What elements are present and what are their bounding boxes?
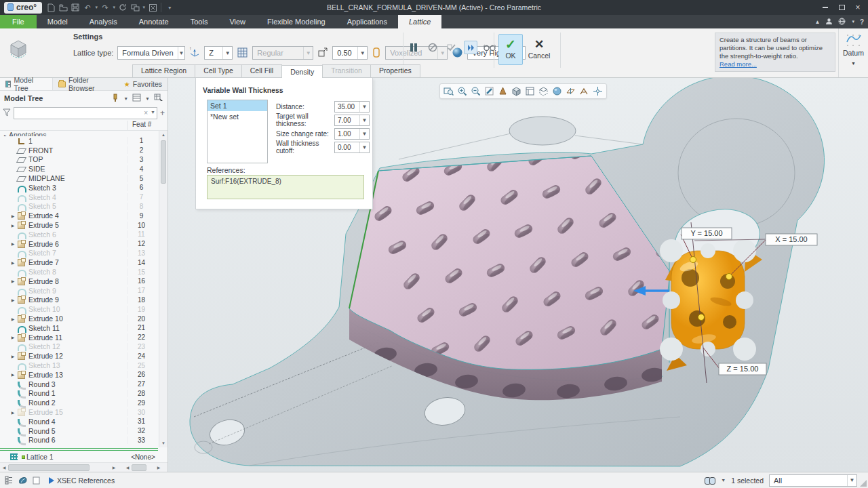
expand-icon[interactable]: ▶ bbox=[9, 223, 16, 228]
tree-item-extrude-10[interactable]: ▶Extrude 1020 bbox=[0, 314, 158, 323]
search-dropdown-icon[interactable]: ▼ bbox=[721, 478, 726, 483]
dashboard-tab-density[interactable]: Density bbox=[281, 65, 323, 78]
tree-columns-dropdown-icon[interactable]: ▼ bbox=[145, 96, 150, 101]
tree-item-extrude-6[interactable]: ▶Extrude 612 bbox=[0, 239, 158, 249]
tree-item-round-1[interactable]: Round 128 bbox=[0, 389, 158, 399]
shade-icon[interactable] bbox=[497, 85, 509, 97]
ok-button[interactable]: ✓ OK bbox=[498, 34, 523, 65]
tree-horizontal-scrollbar[interactable]: ◀ ▶ ◀ ▶ bbox=[0, 462, 167, 472]
save-icon[interactable] bbox=[69, 2, 81, 13]
dashboard-tab-cell-fill[interactable]: Cell Fill bbox=[241, 64, 282, 77]
lattice-type-combo[interactable]: Formula Driven▼ bbox=[117, 46, 185, 60]
drag-handle-z[interactable] bbox=[698, 314, 705, 321]
dimension-label-y[interactable]: Y = 15.00 bbox=[682, 228, 732, 239]
minimize-ribbon-icon[interactable]: ▲ bbox=[814, 19, 820, 25]
dimension-label-x[interactable]: X = 15.00 bbox=[766, 234, 817, 245]
panel-tab-folder-browser[interactable]: Folder Browser bbox=[53, 78, 119, 90]
expand-icon[interactable]: ▶ bbox=[9, 241, 16, 246]
model-tree-toggle-icon[interactable] bbox=[3, 475, 15, 486]
set-item-set-1[interactable]: Set 1 bbox=[208, 100, 267, 111]
redo-dropdown-icon[interactable]: ▾ bbox=[111, 2, 117, 13]
preview-feature-icon[interactable] bbox=[464, 41, 477, 54]
dashboard-tab-cell-type[interactable]: Cell Type bbox=[195, 64, 242, 77]
tree-item-round-5[interactable]: Round 532 bbox=[0, 426, 158, 436]
maximize-button[interactable] bbox=[834, 2, 849, 13]
tree-item-extrude-9[interactable]: ▶Extrude 918 bbox=[0, 296, 158, 305]
datum-dropdown-icon[interactable]: ▼ bbox=[851, 61, 856, 66]
expand-icon[interactable]: ▶ bbox=[9, 279, 16, 283]
field-combo[interactable]: 1.00▼ bbox=[334, 128, 370, 140]
tree-item-annotations[interactable]: ▶ Annotations bbox=[0, 131, 158, 136]
zoom-out-icon[interactable] bbox=[470, 85, 481, 97]
ribbon-tab-flexible-modeling[interactable]: Flexible Modeling bbox=[256, 15, 336, 28]
field-combo[interactable]: 0.00▼ bbox=[334, 142, 370, 153]
tree-item-extrude-8[interactable]: ▶Extrude 816 bbox=[0, 277, 158, 286]
minimize-button[interactable] bbox=[818, 2, 833, 13]
datum-group[interactable]: Datum ▼ bbox=[838, 28, 868, 77]
browser-toggle-icon[interactable] bbox=[16, 475, 28, 486]
close-button[interactable]: × bbox=[850, 2, 865, 13]
regenerate-icon[interactable] bbox=[117, 2, 129, 13]
tree-item-sketch-5[interactable]: Sketch 58 bbox=[0, 202, 158, 211]
annotation-display-icon[interactable] bbox=[578, 85, 590, 97]
refit-icon[interactable] bbox=[443, 85, 454, 97]
tree-item-side[interactable]: SIDE4 bbox=[0, 164, 158, 174]
expand-icon[interactable]: ▶ bbox=[9, 317, 16, 321]
resize-grip[interactable] bbox=[860, 480, 867, 487]
tree-item-1[interactable]: 11 bbox=[0, 136, 158, 146]
connect-icon[interactable] bbox=[838, 18, 846, 26]
close-window-icon[interactable] bbox=[146, 2, 159, 13]
search-tool-icon[interactable] bbox=[705, 477, 715, 484]
tree-item-sketch-11[interactable]: Sketch 1121 bbox=[0, 323, 158, 333]
ribbon-tab-lattice[interactable]: Lattice bbox=[398, 15, 441, 28]
tree-vertical-scrollbar[interactable]: ▲ ▼ bbox=[159, 131, 167, 447]
set-list[interactable]: Set 1*New set bbox=[207, 100, 268, 163]
customize-quick-access-icon[interactable]: ▾ bbox=[163, 2, 176, 13]
dimension-label-z[interactable]: Z = 15.00 bbox=[719, 363, 766, 375]
tree-item-lattice[interactable]: Lattice 1 <None> bbox=[0, 451, 158, 462]
tree-item-sketch-3[interactable]: Sketch 36 bbox=[0, 183, 158, 192]
tree-item-front[interactable]: FRONT2 bbox=[0, 146, 158, 155]
ribbon-tab-file[interactable]: File bbox=[0, 15, 37, 28]
ribbon-tab-applications[interactable]: Applications bbox=[336, 15, 398, 28]
scroll-up-icon[interactable]: ▲ bbox=[159, 131, 167, 139]
ribbon-tab-annotate[interactable]: Annotate bbox=[128, 15, 180, 28]
references-collector[interactable]: Surf:F16(EXTRUDE_8) bbox=[207, 175, 364, 199]
ribbon-tab-model[interactable]: Model bbox=[37, 15, 79, 28]
scrollbar-thumb[interactable] bbox=[161, 140, 166, 184]
tree-item-sketch-13[interactable]: Sketch 1325 bbox=[0, 361, 158, 370]
ribbon-tab-tools[interactable]: Tools bbox=[180, 15, 219, 28]
add-filter-icon[interactable]: + bbox=[160, 108, 165, 118]
tree-item-sketch-8[interactable]: Sketch 815 bbox=[0, 267, 158, 277]
tree-columns-icon[interactable] bbox=[132, 94, 141, 103]
expand-icon[interactable]: ▶ bbox=[9, 214, 16, 218]
panel-tab-favorites[interactable]: ★Favorites bbox=[119, 78, 167, 90]
tree-filters-dropdown-icon[interactable]: ▼ bbox=[123, 96, 128, 101]
selection-filter-combo[interactable]: All▼ bbox=[769, 474, 857, 487]
tree-item-top[interactable]: TOP3 bbox=[0, 155, 158, 165]
set-item--new-set[interactable]: *New set bbox=[208, 111, 267, 122]
tree-item-round-4[interactable]: Round 431 bbox=[0, 417, 158, 426]
tree-item-extrude-7[interactable]: ▶Extrude 714 bbox=[0, 258, 158, 267]
tree-item-sketch-9[interactable]: Sketch 917 bbox=[0, 286, 158, 296]
new-browser-page-icon[interactable] bbox=[30, 475, 42, 486]
pause-icon[interactable] bbox=[407, 41, 420, 54]
ribbon-tab-view[interactable]: View bbox=[218, 15, 256, 28]
axis-combo[interactable]: Z▼ bbox=[204, 46, 233, 60]
clear-search-icon[interactable]: × bbox=[144, 109, 148, 117]
scroll-down-icon[interactable]: ▼ bbox=[159, 439, 167, 447]
no-preview-icon[interactable] bbox=[426, 41, 439, 54]
tree-item-sketch-4[interactable]: Sketch 47 bbox=[0, 192, 158, 202]
tree-item-extrude-13[interactable]: ▶Extrude 1326 bbox=[0, 370, 158, 380]
windows-dropdown-icon[interactable]: ▾ bbox=[141, 2, 146, 13]
tree-item-round-6[interactable]: Round 633 bbox=[0, 436, 158, 445]
zoom-in-icon[interactable] bbox=[456, 85, 468, 97]
graphics-area[interactable]: Y = 15.00 X = 15.00 Z = 15.00 Variable W… bbox=[168, 78, 868, 472]
windows-icon[interactable] bbox=[129, 2, 141, 13]
ribbon-tab-analysis[interactable]: Analysis bbox=[79, 15, 128, 28]
display-style-icon[interactable] bbox=[538, 85, 549, 97]
open-file-icon[interactable] bbox=[57, 2, 69, 13]
tree-search-input[interactable] bbox=[14, 107, 157, 119]
tree-item-sketch-7[interactable]: Sketch 713 bbox=[0, 249, 158, 258]
undo-dropdown-icon[interactable]: ▾ bbox=[94, 2, 99, 13]
